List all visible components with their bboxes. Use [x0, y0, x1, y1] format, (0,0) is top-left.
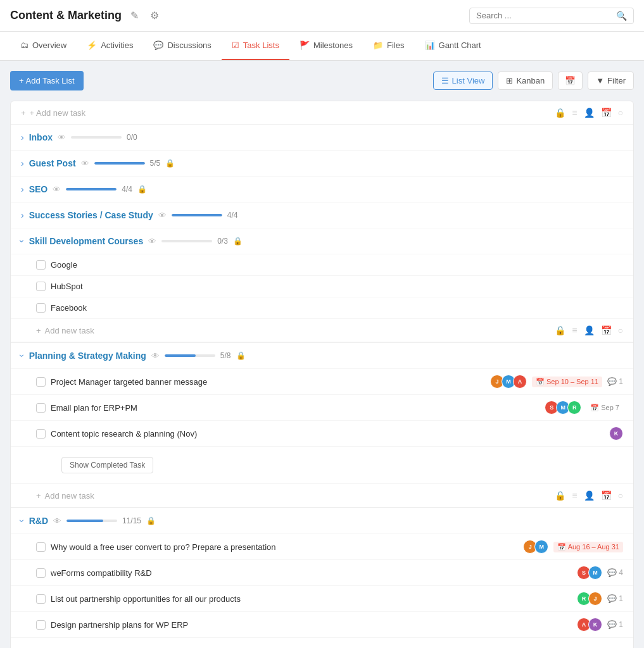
- task-facebook-checkbox[interactable]: [36, 303, 46, 313]
- lock-icon: 🔒: [555, 108, 565, 118]
- inbox-title[interactable]: Inbox: [29, 132, 53, 142]
- milestones-icon: 🚩: [300, 40, 310, 50]
- task-list-seo: › SEO 👁 4/4 🔒: [11, 177, 633, 202]
- guest-post-eye-icon[interactable]: 👁: [81, 159, 89, 168]
- list-view-button[interactable]: ☰ List View: [433, 72, 493, 90]
- rnd-eye-icon[interactable]: 👁: [53, 516, 61, 526]
- task-design-partnership: Design partnership plans for WP ERP A K …: [11, 612, 633, 638]
- task-google: Google: [11, 254, 633, 276]
- skill-dev-progress-text: 0/3: [217, 237, 228, 246]
- gantt-icon: 📊: [425, 40, 435, 50]
- seo-title[interactable]: SEO: [29, 184, 48, 194]
- calendar-button[interactable]: 📅: [558, 72, 583, 90]
- task-content-topic-checkbox[interactable]: [36, 429, 46, 439]
- tab-task-lists[interactable]: ☑ Task Lists: [222, 32, 289, 60]
- tab-milestones[interactable]: 🚩 Milestones: [289, 32, 363, 60]
- task-design-partnership-checkbox[interactable]: [36, 620, 46, 630]
- edit-title-button[interactable]: ✎: [128, 7, 141, 24]
- task-weforms: weForms compatibility R&D S M 💬 4: [11, 560, 633, 586]
- task-free-user-checkbox[interactable]: [36, 542, 46, 552]
- inbox-progress-text: 0/0: [127, 133, 137, 142]
- planning-add-task-row[interactable]: + Add new task 🔒 ≡ 👤 📅 ○: [11, 484, 633, 508]
- files-icon: 📁: [373, 40, 383, 50]
- inbox-eye-icon[interactable]: 👁: [58, 133, 66, 142]
- avatar: K: [588, 618, 602, 632]
- task-design-partnership-avatars: A K: [577, 618, 602, 632]
- search-input[interactable]: [476, 11, 616, 20]
- rnd-progress-text: 11/15: [122, 516, 141, 525]
- task-pm-banner: Project Manager targeted banner message …: [11, 369, 633, 395]
- skill-dev-progress-bar: [161, 240, 212, 242]
- kanban-button[interactable]: ⊞ Kanban: [498, 72, 553, 90]
- task-partnership-list-name: List out partnership opportunities for a…: [51, 594, 572, 604]
- avatar: M: [534, 540, 548, 554]
- task-free-user-avatars: J M: [523, 540, 548, 554]
- tab-files[interactable]: 📁 Files: [363, 32, 414, 60]
- task-design-partnership-name: Design partnership plans for WP ERP: [51, 620, 572, 630]
- task-free-user-name: Why would a free user convert to pro? Pr…: [51, 542, 518, 552]
- rnd-title[interactable]: R&D: [29, 516, 48, 526]
- cal3-icon: 📅: [601, 490, 612, 501]
- settings-button[interactable]: ⚙: [148, 7, 161, 24]
- success-stories-eye-icon[interactable]: 👁: [158, 211, 167, 220]
- tab-gantt-chart[interactable]: 📊 Gantt Chart: [415, 32, 491, 60]
- inbox-chevron[interactable]: ›: [21, 132, 24, 142]
- global-add-task-row[interactable]: + + Add new task 🔒 ≡ 👤 📅 ○: [11, 101, 633, 125]
- task-list-rnd: › R&D 👁 11/15 🔒: [11, 508, 633, 534]
- avatar: A: [513, 375, 527, 389]
- kanban-icon: ⊞: [506, 76, 513, 85]
- task-email-plan-checkbox[interactable]: [36, 403, 46, 413]
- tab-activities[interactable]: ⚡ Activities: [77, 32, 143, 60]
- tab-overview[interactable]: 🗂 Overview: [10, 32, 77, 60]
- task-free-user-date: 📅 Aug 16 – Aug 31: [553, 542, 623, 552]
- person-icon: 👤: [584, 108, 595, 118]
- avatar: K: [609, 427, 623, 440]
- skill-dev-add-task-row[interactable]: + Add new task 🔒 ≡ 👤 📅 ○: [11, 319, 633, 342]
- tab-discussions[interactable]: 💬 Discussions: [143, 32, 221, 60]
- skill-dev-title[interactable]: Skill Development Courses: [29, 236, 144, 246]
- skill-dev-chevron[interactable]: ›: [17, 240, 27, 243]
- avatar: M: [588, 566, 602, 580]
- guest-post-chevron[interactable]: ›: [21, 158, 24, 168]
- person2-icon: 👤: [584, 325, 595, 335]
- guest-post-lock-icon: 🔒: [165, 159, 175, 168]
- planning-chevron[interactable]: ›: [17, 354, 27, 358]
- task-weforms-checkbox[interactable]: [36, 568, 46, 578]
- success-stories-chevron[interactable]: ›: [21, 210, 24, 220]
- search-icon: 🔍: [616, 11, 627, 21]
- skill-dev-eye-icon[interactable]: 👁: [148, 237, 156, 246]
- success-stories-title[interactable]: Success Stories / Case Study: [29, 210, 153, 220]
- guest-post-title[interactable]: Guest Post: [29, 158, 76, 168]
- task-partnership-list-checkbox[interactable]: [36, 594, 46, 604]
- add-task-list-button[interactable]: + Add Task List: [10, 71, 84, 90]
- task-google-name: Google: [51, 260, 623, 270]
- task-pm-banner-checkbox[interactable]: [36, 377, 46, 387]
- planning-title[interactable]: Planning & Strategy Making: [29, 351, 146, 361]
- task-partnership-list-comments: 💬 1: [607, 594, 623, 603]
- task-list-planning: › Planning & Strategy Making 👁 5/8 🔒: [11, 342, 633, 369]
- header-left: Content & Marketing ✎ ⚙: [10, 7, 161, 24]
- task-content-topic-avatars: K: [609, 427, 623, 440]
- seo-eye-icon[interactable]: 👁: [53, 185, 61, 194]
- rnd-chevron[interactable]: ›: [17, 520, 27, 523]
- guest-post-progress-bar: [94, 162, 145, 165]
- task-row-icons: 🔒 ≡ 👤 📅 ○: [555, 108, 623, 118]
- success-stories-progress-bar: [172, 214, 222, 216]
- filter-button[interactable]: ▼ Filter: [588, 72, 634, 90]
- task-google-checkbox[interactable]: [36, 260, 46, 270]
- seo-lock-icon: 🔒: [137, 185, 147, 194]
- task-content-topic-name: Content topic research & planning (Nov): [51, 429, 604, 439]
- planning-show-completed-button[interactable]: Show Completed Task: [61, 457, 153, 473]
- main-content: + Add Task List ☰ List View ⊞ Kanban 📅 ▼…: [0, 61, 644, 648]
- search-box: 🔍: [469, 8, 634, 24]
- seo-chevron[interactable]: ›: [21, 184, 24, 194]
- task-email-plan-date: 📅 Sep 7: [586, 402, 623, 413]
- task-hubspot-checkbox[interactable]: [36, 282, 46, 291]
- planning-eye-icon[interactable]: 👁: [151, 351, 160, 361]
- add-task-label: + Add new task: [30, 108, 86, 118]
- task-email-plan: Email plan for ERP+PM S M R 📅 Sep 7: [11, 395, 633, 421]
- seo-progress-bar: [66, 188, 117, 190]
- list-view-icon: ☰: [441, 76, 449, 85]
- planning-add-label: Add new task: [45, 491, 94, 501]
- toolbar-right: ☰ List View ⊞ Kanban 📅 ▼ Filter: [433, 72, 634, 90]
